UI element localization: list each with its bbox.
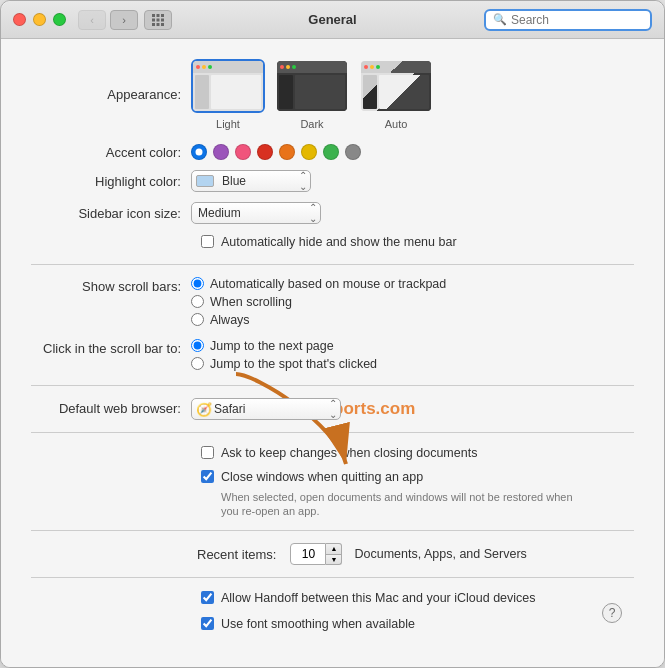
stepper-buttons: ▲ ▼	[326, 543, 342, 565]
appearance-row: Appearance:	[31, 59, 634, 130]
svg-rect-3	[152, 18, 155, 21]
scroll-scrolling-radio[interactable]	[191, 295, 204, 308]
click-spot-label: Jump to the spot that's clicked	[210, 357, 377, 371]
ask-to-keep-row: Ask to keep changes when closing documen…	[31, 445, 634, 463]
scroll-always-radio[interactable]	[191, 313, 204, 326]
minimize-button[interactable]	[33, 13, 46, 26]
search-bar[interactable]: 🔍	[484, 9, 652, 31]
thumb-bar-auto	[361, 61, 431, 73]
appearance-light-label: Light	[216, 118, 240, 130]
svg-rect-6	[152, 23, 155, 26]
close-button[interactable]	[13, 13, 26, 26]
show-scroll-bars-section: Show scroll bars: Automatically based on…	[31, 277, 634, 327]
svg-rect-8	[161, 23, 164, 26]
nav-buttons: ‹ ›	[78, 10, 138, 30]
appearance-options: Light	[191, 59, 433, 130]
divider-1	[31, 264, 634, 265]
default-browser-select[interactable]: Safari Chrome Firefox	[191, 398, 341, 420]
show-scroll-bars-label: Show scroll bars:	[31, 277, 191, 294]
accent-color-label: Accent color:	[31, 145, 191, 160]
scroll-always-row: Always	[191, 313, 446, 327]
divider-4	[31, 530, 634, 531]
stepper-up-button[interactable]: ▲	[326, 543, 342, 555]
recent-items-input[interactable]	[290, 543, 326, 565]
back-button[interactable]: ‹	[78, 10, 106, 30]
click-next-page-radio[interactable]	[191, 339, 204, 352]
system-preferences-window: ‹ › General 🔍	[0, 0, 665, 668]
color-dot-red[interactable]	[257, 144, 273, 160]
color-dot-pink[interactable]	[235, 144, 251, 160]
recent-items-label: Recent items:	[197, 547, 284, 562]
auto-hide-menu-label: Automatically hide and show the menu bar	[221, 234, 457, 252]
color-dot-green[interactable]	[323, 144, 339, 160]
thumb-body-dark	[277, 73, 347, 111]
click-spot-row: Jump to the spot that's clicked	[191, 357, 377, 371]
appearance-dark[interactable]: Dark	[275, 59, 349, 130]
thumb-main	[211, 75, 261, 109]
scroll-always-label: Always	[210, 313, 250, 327]
divider-2	[31, 385, 634, 386]
click-scroll-section: Click in the scroll bar to: Jump to the …	[31, 339, 634, 371]
show-scroll-bars-options: Automatically based on mouse or trackpad…	[191, 277, 446, 327]
default-browser-select-wrap[interactable]: Safari Chrome Firefox 🧭 ⌃⌄	[191, 398, 341, 420]
sidebar-icon-size-select[interactable]: Small Medium Large	[191, 202, 321, 224]
chevron-left-icon: ‹	[90, 14, 94, 26]
scroll-scrolling-label: When scrolling	[210, 295, 292, 309]
stepper-down-button[interactable]: ▼	[326, 555, 342, 566]
scroll-auto-row: Automatically based on mouse or trackpad	[191, 277, 446, 291]
thumb-dot-1	[196, 65, 200, 69]
divider-3	[31, 432, 634, 433]
color-dot-orange[interactable]	[279, 144, 295, 160]
help-button[interactable]: ?	[602, 603, 622, 623]
click-spot-radio[interactable]	[191, 357, 204, 370]
forward-button[interactable]: ›	[110, 10, 138, 30]
sidebar-icon-select-wrap[interactable]: Small Medium Large ⌃⌄	[191, 202, 321, 224]
thumb-sidebar-auto	[363, 75, 377, 109]
search-icon: 🔍	[493, 13, 507, 26]
svg-rect-1	[157, 14, 160, 17]
chevron-right-icon: ›	[122, 14, 126, 26]
thumb-bar-dark	[277, 61, 347, 73]
divider-5	[31, 577, 634, 578]
auto-hide-menu-checkbox[interactable]	[201, 235, 214, 248]
thumb-dot-a2	[370, 65, 374, 69]
highlight-color-row: Highlight color: Blue Gold Graphite Gree…	[31, 170, 634, 192]
click-scroll-options: Jump to the next page Jump to the spot t…	[191, 339, 377, 371]
color-dot-blue[interactable]	[191, 144, 207, 160]
grid-button[interactable]	[144, 10, 172, 30]
close-windows-checkbox[interactable]	[201, 470, 214, 483]
close-windows-row: Close windows when quitting an app When …	[31, 469, 634, 518]
color-dot-purple[interactable]	[213, 144, 229, 160]
color-dot-yellow[interactable]	[301, 144, 317, 160]
sidebar-icon-size-label: Sidebar icon size:	[31, 206, 191, 221]
font-smoothing-checkbox[interactable]	[201, 617, 214, 630]
svg-rect-4	[157, 18, 160, 21]
maximize-button[interactable]	[53, 13, 66, 26]
thumb-bar-light	[193, 61, 263, 73]
sidebar-icon-size-row: Sidebar icon size: Small Medium Large ⌃⌄	[31, 202, 634, 224]
highlight-select-wrap[interactable]: Blue Gold Graphite Green Orange Pink Pur…	[191, 170, 311, 192]
thumb-dot-d1	[280, 65, 284, 69]
thumb-body-auto	[361, 73, 431, 111]
ask-to-keep-checkbox[interactable]	[201, 446, 214, 459]
appearance-light[interactable]: Light	[191, 59, 265, 130]
color-dot-graphite[interactable]	[345, 144, 361, 160]
appearance-auto-thumb	[359, 59, 433, 113]
search-input[interactable]	[511, 13, 643, 27]
titlebar: ‹ › General 🔍	[1, 1, 664, 39]
recent-items-row: Recent items: ▲ ▼ Documents, Apps, and S…	[31, 543, 634, 565]
appearance-auto[interactable]: Auto	[359, 59, 433, 130]
click-next-page-label: Jump to the next page	[210, 339, 334, 353]
thumb-dot-2	[202, 65, 206, 69]
allow-handoff-checkbox[interactable]	[201, 591, 214, 604]
highlight-color-select[interactable]: Blue Gold Graphite Green Orange Pink Pur…	[191, 170, 311, 192]
accent-color-row: Accent color:	[31, 144, 634, 160]
ask-to-keep-label: Ask to keep changes when closing documen…	[221, 445, 477, 463]
scroll-auto-label: Automatically based on mouse or trackpad	[210, 277, 446, 291]
scroll-auto-radio[interactable]	[191, 277, 204, 290]
font-smoothing-label: Use font smoothing when available	[221, 616, 415, 634]
close-windows-content: Close windows when quitting an app When …	[221, 469, 591, 518]
thumb-dot-d3	[292, 65, 296, 69]
close-windows-desc: When selected, open documents and window…	[221, 490, 591, 519]
scroll-scrolling-row: When scrolling	[191, 295, 446, 309]
